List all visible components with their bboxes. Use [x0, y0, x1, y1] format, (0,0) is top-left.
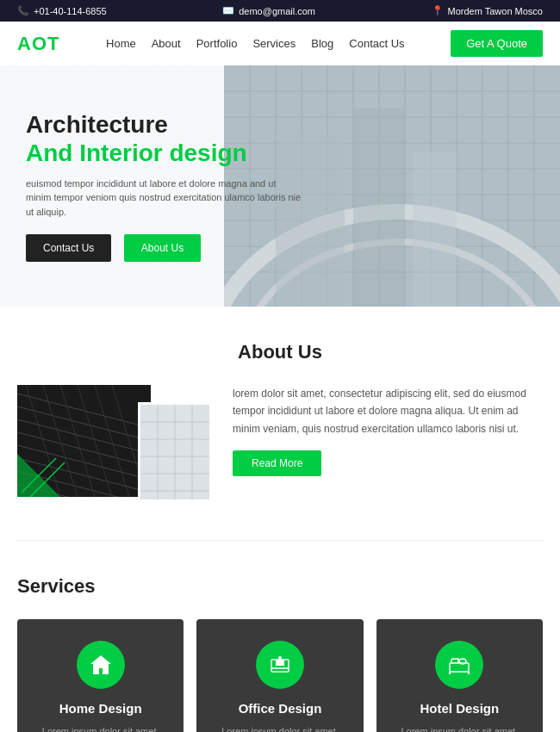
hero-text: euismod tempor incididunt ut labore et d… — [26, 177, 302, 220]
services-title: Services — [17, 575, 543, 598]
svg-rect-57 — [450, 663, 469, 672]
email-icon: ✉️ — [222, 5, 234, 16]
about-section: About Us — [0, 307, 560, 540]
about-read-more-button[interactable]: Read More — [233, 450, 321, 476]
hotel-design-icon — [435, 641, 483, 689]
about-image — [17, 385, 215, 506]
nav-home[interactable]: Home — [106, 37, 136, 50]
top-bar: 📞 +01-40-114-6855 ✉️ demo@gmail.com 📍 Mo… — [0, 0, 560, 22]
nav-about[interactable]: About — [152, 37, 181, 50]
office-design-icon — [256, 641, 304, 689]
service-card-home: Home Design Lorem ipsum dolor sit amet, … — [17, 619, 184, 732]
home-design-text: Lorem ipsum dolor sit amet, consectetur … — [30, 724, 171, 732]
service-card-hotel: Hotel Design Lorem ipsum dolor sit amet,… — [376, 619, 543, 732]
hero-buttons: Contact Us About Us — [26, 234, 302, 262]
office-design-title: Office Design — [209, 701, 350, 716]
about-paragraph: lorem dolor sit amet, consectetur adipis… — [233, 385, 543, 437]
hotel-design-title: Hotel Design — [389, 701, 530, 716]
svg-point-56 — [278, 656, 282, 660]
logo[interactable]: AOT — [17, 33, 59, 55]
nav-links: Home About Portfolio Services Blog Conta… — [106, 37, 405, 50]
hero-subtitle: And Interior design — [26, 139, 302, 168]
about-content: lorem dolor sit amet, consectetur adipis… — [17, 385, 543, 506]
location-icon: 📍 — [432, 5, 444, 16]
navbar: AOT Home About Portfolio Services Blog C… — [0, 22, 560, 65]
office-design-text: Lorem ipsum dolor sit amet, consectetur … — [209, 724, 350, 732]
email-address: demo@gmail.com — [239, 6, 315, 16]
services-grid: Home Design Lorem ipsum dolor sit amet, … — [17, 619, 543, 732]
contact-us-button[interactable]: Contact Us — [26, 234, 111, 262]
nav-contact[interactable]: Contact Us — [349, 37, 404, 50]
services-section: Services Home Design Lorem ipsum dolor s… — [0, 541, 560, 732]
hero-section: Architecture And Interior design euismod… — [0, 65, 560, 307]
svg-rect-25 — [414, 152, 457, 307]
location-info: 📍 Mordem Tawon Mosco — [432, 5, 543, 16]
svg-rect-24 — [353, 109, 405, 307]
nav-services[interactable]: Services — [252, 37, 296, 50]
phone-info: 📞 +01-40-114-6855 — [17, 5, 107, 16]
about-overlay-image — [138, 402, 207, 497]
phone-number: +01-40-114-6855 — [34, 6, 107, 16]
hero-content: Architecture And Interior design euismod… — [0, 84, 327, 288]
phone-icon: 📞 — [17, 5, 29, 16]
svg-rect-54 — [276, 660, 284, 666]
nav-portfolio[interactable]: Portfolio — [196, 37, 238, 50]
about-text-content: lorem dolor sit amet, consectetur adipis… — [233, 385, 543, 476]
email-info: ✉️ demo@gmail.com — [222, 5, 315, 16]
about-title: About Us — [17, 341, 543, 363]
get-quote-button[interactable]: Get A Quote — [451, 30, 543, 57]
home-design-title: Home Design — [30, 701, 171, 716]
hero-title: Architecture — [26, 110, 302, 140]
about-main-image — [17, 385, 151, 497]
location-text: Mordem Tawon Mosco — [448, 6, 543, 16]
hotel-design-text: Lorem ipsum dolor sit amet, consectetur … — [389, 724, 530, 732]
home-design-icon — [77, 641, 125, 689]
about-us-button[interactable]: About Us — [124, 234, 201, 262]
nav-blog[interactable]: Blog — [311, 37, 333, 50]
service-card-office: Office Design Lorem ipsum dolor sit amet… — [196, 619, 363, 732]
